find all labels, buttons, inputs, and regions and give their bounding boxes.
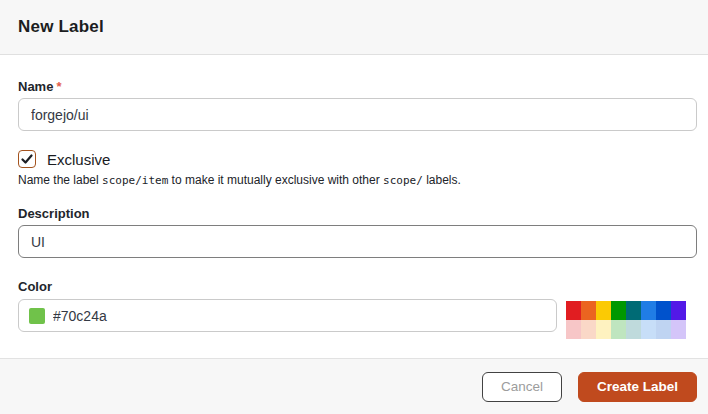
palette-color-swatch[interactable] xyxy=(611,320,626,339)
dialog-footer: Cancel Create Label xyxy=(0,358,708,414)
palette-color-swatch[interactable] xyxy=(626,301,641,320)
palette-color-swatch[interactable] xyxy=(596,320,611,339)
exclusive-checkbox-row[interactable]: Exclusive xyxy=(18,150,110,168)
palette-color-swatch[interactable] xyxy=(581,320,596,339)
current-color-swatch xyxy=(29,308,45,324)
help-text-segment: labels. xyxy=(423,173,461,187)
palette-color-swatch[interactable] xyxy=(626,320,641,339)
description-input[interactable] xyxy=(18,225,697,258)
help-mono-segment: scope/item xyxy=(102,174,168,187)
checkmark-icon xyxy=(21,153,33,165)
cancel-button[interactable]: Cancel xyxy=(482,372,562,402)
name-input[interactable] xyxy=(18,98,697,131)
name-field-label: Name* xyxy=(18,79,697,94)
required-asterisk: * xyxy=(56,79,61,94)
color-field-label: Color xyxy=(18,279,697,294)
palette-color-swatch[interactable] xyxy=(641,301,656,320)
color-input-wrap[interactable] xyxy=(18,299,557,332)
palette-color-swatch[interactable] xyxy=(581,301,596,320)
color-row xyxy=(18,299,697,339)
palette-color-swatch[interactable] xyxy=(656,301,671,320)
help-text-segment: Name the label xyxy=(18,173,102,187)
description-field-label: Description xyxy=(18,206,697,221)
palette-color-swatch[interactable] xyxy=(656,320,671,339)
palette-color-swatch[interactable] xyxy=(611,301,626,320)
create-label-button[interactable]: Create Label xyxy=(578,372,697,402)
new-label-dialog: New Label Name* Exclusive Name the label… xyxy=(0,0,708,414)
dialog-header: New Label xyxy=(0,0,708,55)
palette-color-swatch[interactable] xyxy=(671,301,686,320)
exclusive-help-text: Name the label scope/item to make it mut… xyxy=(18,173,697,188)
color-palette xyxy=(566,301,686,339)
palette-color-swatch[interactable] xyxy=(566,320,581,339)
name-label-text: Name xyxy=(18,79,53,94)
help-text-segment: to make it mutually exclusive with other xyxy=(168,173,383,187)
palette-color-swatch[interactable] xyxy=(641,320,656,339)
palette-color-swatch[interactable] xyxy=(596,301,611,320)
dialog-title: New Label xyxy=(18,17,104,37)
dialog-body: Name* Exclusive Name the label scope/ite… xyxy=(0,55,708,358)
color-value-input[interactable] xyxy=(53,308,546,324)
help-mono-segment: scope/ xyxy=(383,174,423,187)
exclusive-label: Exclusive xyxy=(47,151,110,168)
palette-color-swatch[interactable] xyxy=(566,301,581,320)
exclusive-checkbox[interactable] xyxy=(18,150,36,168)
palette-color-swatch[interactable] xyxy=(671,320,686,339)
